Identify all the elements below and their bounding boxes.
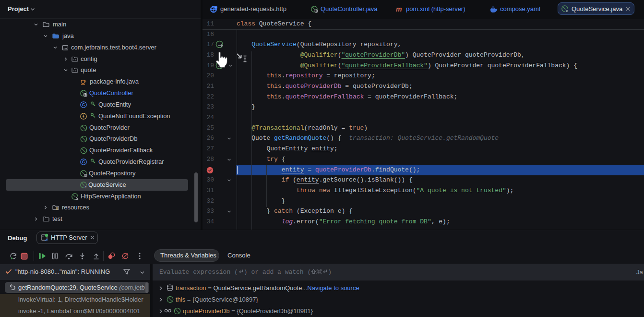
svg-text:C: C bbox=[82, 102, 85, 107]
svg-text:c: c bbox=[566, 9, 568, 13]
svg-text:C: C bbox=[82, 159, 85, 164]
svg-text:c: c bbox=[84, 185, 86, 189]
